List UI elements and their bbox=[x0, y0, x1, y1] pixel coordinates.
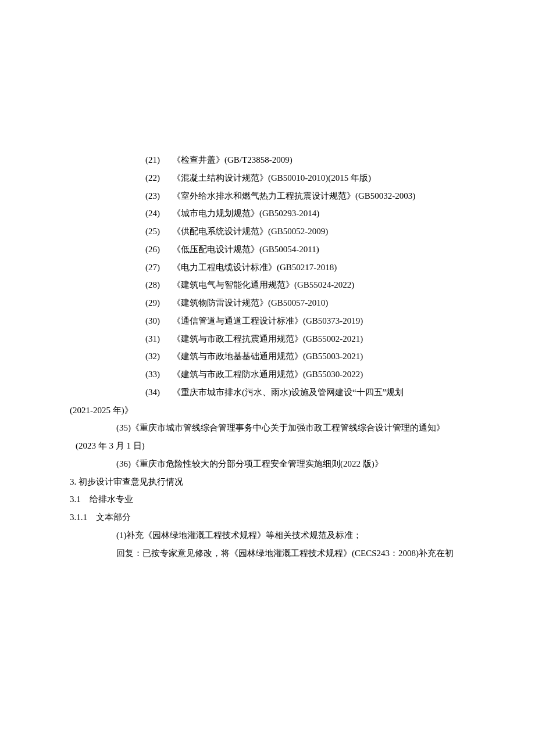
section-heading-3: 3. 初步设计审查意见执行情况 bbox=[70, 473, 465, 491]
ref-number: (29) bbox=[145, 294, 172, 312]
reference-item-continuation: (2023 年 3 月 1 日) bbox=[70, 437, 465, 455]
ref-number: (31) bbox=[145, 330, 172, 348]
reference-item: (25) 《供配电系统设计规范》(GB50052-2009) bbox=[70, 223, 465, 241]
ref-text: 《建筑电气与智能化通用规范》(GB55024-2022) bbox=[172, 276, 354, 294]
reference-item: (28) 《建筑电气与智能化通用规范》(GB55024-2022) bbox=[70, 276, 465, 294]
reference-item: (21) 《检查井盖》(GB/T23858-2009) bbox=[70, 151, 465, 169]
ref-number: (23) bbox=[145, 187, 172, 205]
ref-text: 《混凝土结构设计规范》(GB50010-2010)(2015 年版) bbox=[172, 169, 371, 187]
reference-item: (32) 《建筑与市政地基基础通用规范》(GB55003-2021) bbox=[70, 347, 465, 366]
ref-number: (33) bbox=[145, 366, 172, 384]
reference-item: (36)《重庆市危险性较大的分部分项工程安全管理实施细则(2022 版)》 bbox=[70, 455, 465, 473]
ref-text: 《电力工程电缆设计标准》(GB50217-2018) bbox=[172, 259, 337, 277]
reference-item-continuation: (2021-2025 年)》 bbox=[70, 402, 465, 420]
ref-number: (27) bbox=[145, 259, 172, 277]
ref-number: (25) bbox=[145, 223, 172, 241]
ref-number: (24) bbox=[145, 205, 172, 223]
ref-text: 《供配电系统设计规范》(GB50052-2009) bbox=[172, 223, 328, 241]
reference-item: (31) 《建筑与市政工程抗震通用规范》(GB55002-2021) bbox=[70, 330, 465, 348]
ref-number: (28) bbox=[145, 276, 172, 294]
section-heading-3-1: 3.1 给排水专业 bbox=[70, 490, 465, 508]
ref-text: 《建筑与市政工程抗震通用规范》(GB55002-2021) bbox=[172, 330, 363, 348]
reference-item: (23) 《室外给水排水和燃气热力工程抗震设计规范》(GB50032-2003) bbox=[70, 187, 465, 205]
ref-text: 《建筑与市政工程防水通用规范》(GB55030-2022) bbox=[172, 366, 363, 384]
reference-item: (27) 《电力工程电缆设计标准》(GB50217-2018) bbox=[70, 259, 465, 277]
ref-text: 《城市电力规划规范》(GB50293-2014) bbox=[172, 205, 319, 223]
ref-number: (34) bbox=[145, 384, 172, 402]
section-heading-3-1-1: 3.1.1 文本部分 bbox=[70, 508, 465, 526]
reference-item: (30) 《通信管道与通道工程设计标准》(GB50373-2019) bbox=[70, 312, 465, 330]
list-item-1: (1)补充《园林绿地灌溉工程技术规程》等相关技术规范及标准； bbox=[70, 526, 465, 544]
ref-text: 《室外给水排水和燃气热力工程抗震设计规范》(GB50032-2003) bbox=[172, 187, 415, 205]
reference-item: (22) 《混凝土结构设计规范》(GB50010-2010)(2015 年版) bbox=[70, 169, 465, 187]
ref-text: 《低压配电设计规范》(GB50054-2011) bbox=[172, 241, 319, 259]
ref-text: 《建筑物防雷设计规范》(GB50057-2010) bbox=[172, 294, 328, 312]
ref-number: (26) bbox=[145, 241, 172, 259]
ref-number: (30) bbox=[145, 312, 172, 330]
ref-text: 《通信管道与通道工程设计标准》(GB50373-2019) bbox=[172, 312, 363, 330]
ref-text: 《检查井盖》(GB/T23858-2009) bbox=[172, 151, 293, 169]
reply-paragraph: 回复：已按专家意见修改，将《园林绿地灌溉工程技术规程》(CECS243：2008… bbox=[70, 544, 465, 562]
reply-text: 回复：已按专家意见修改，将《园林绿地灌溉工程技术规程》 bbox=[116, 549, 352, 558]
ref-text: 《建筑与市政地基基础通用规范》(GB55003-2021) bbox=[172, 347, 363, 366]
reference-item: (35)《重庆市城市管线综合管理事务中心关于加强市政工程管线综合设计管理的通知》 bbox=[70, 419, 465, 437]
document-page: (21) 《检查井盖》(GB/T23858-2009) (22) 《混凝土结构设… bbox=[0, 0, 535, 756]
reference-item: (26) 《低压配电设计规范》(GB50054-2011) bbox=[70, 241, 465, 259]
reply-code: (CECS243：2008) bbox=[352, 549, 419, 558]
reference-item: (29) 《建筑物防雷设计规范》(GB50057-2010) bbox=[70, 294, 465, 312]
ref-number: (21) bbox=[145, 151, 172, 169]
ref-number: (32) bbox=[145, 347, 172, 366]
reply-text-suffix: 补充在初 bbox=[419, 549, 454, 558]
reference-item: (24) 《城市电力规划规范》(GB50293-2014) bbox=[70, 205, 465, 223]
ref-number: (22) bbox=[145, 169, 172, 187]
reference-item: (33) 《建筑与市政工程防水通用规范》(GB55030-2022) bbox=[70, 366, 465, 384]
reference-item: (34) 《重庆市城市排水(污水、雨水)设施及管网建设“十四五”规划 bbox=[70, 384, 465, 402]
ref-text: 《重庆市城市排水(污水、雨水)设施及管网建设“十四五”规划 bbox=[172, 384, 404, 402]
